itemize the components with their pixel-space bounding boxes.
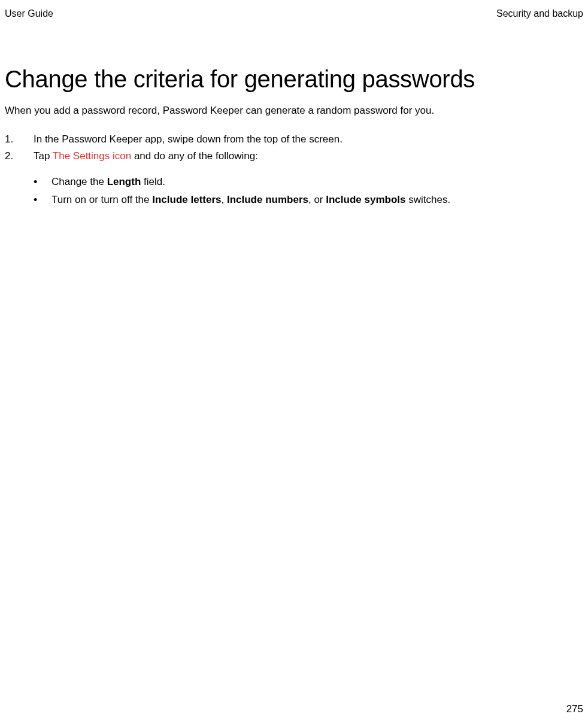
header-left: User Guide xyxy=(5,8,53,19)
page-header: User Guide Security and backup xyxy=(0,0,588,19)
step-text: In the Password Keeper app, swipe down f… xyxy=(34,133,343,145)
settings-icon-link[interactable]: The Settings icon xyxy=(53,150,131,162)
bold-term: Include symbols xyxy=(326,194,405,205)
list-item: Turn on or turn off the Include letters,… xyxy=(5,191,583,209)
page-number: 275 xyxy=(566,703,583,715)
page-title: Change the criteria for generating passw… xyxy=(5,66,583,93)
step-item: Tap The Settings icon and do any of the … xyxy=(5,148,583,165)
page-content: Change the criteria for generating passw… xyxy=(0,66,588,208)
text-segment: switches. xyxy=(405,194,450,205)
step-item: In the Password Keeper app, swipe down f… xyxy=(5,131,583,148)
text-segment: , or xyxy=(308,194,326,205)
text-segment: , xyxy=(221,194,226,205)
header-right: Security and backup xyxy=(496,8,583,19)
bold-term: Include letters xyxy=(152,194,221,205)
numbered-steps: In the Password Keeper app, swipe down f… xyxy=(5,131,583,165)
text-segment: Turn on or turn off the xyxy=(51,194,152,205)
bulleted-list: Change the Length field. Turn on or turn… xyxy=(5,173,583,209)
text-segment: field. xyxy=(141,176,165,187)
step-text-prefix: Tap xyxy=(34,150,53,162)
text-segment: Change the xyxy=(51,176,107,187)
list-item: Change the Length field. xyxy=(5,173,583,191)
bold-term: Length xyxy=(107,176,141,187)
step-text-suffix: and do any of the following: xyxy=(131,150,258,162)
intro-paragraph: When you add a password record, Password… xyxy=(5,104,583,118)
bold-term: Include numbers xyxy=(227,194,308,205)
